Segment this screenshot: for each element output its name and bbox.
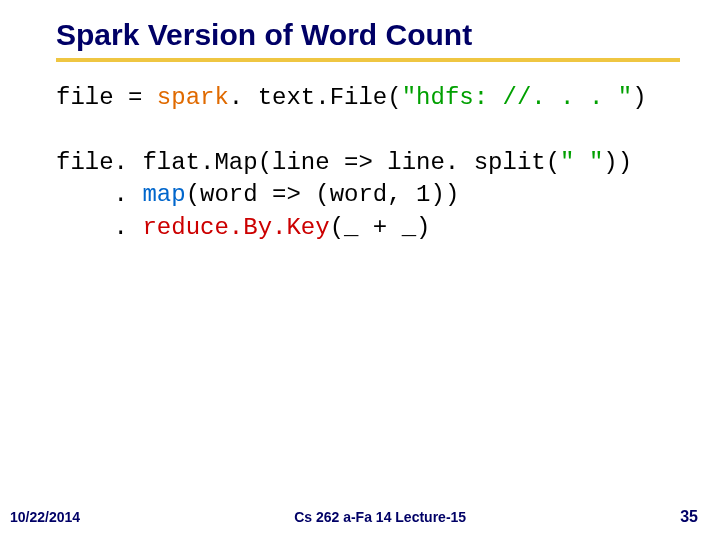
slide-title: Spark Version of Word Count <box>56 18 720 52</box>
footer-page: 35 <box>680 508 698 526</box>
code-text: file = spark. text.File("hdfs: //. . . "… <box>56 84 647 241</box>
title-block: Spark Version of Word Count <box>0 0 720 52</box>
slide: Spark Version of Word Count file = spark… <box>0 0 720 540</box>
footer: 10/22/2014 Cs 262 a-Fa 14 Lecture-15 35 <box>0 508 720 526</box>
footer-date: 10/22/2014 <box>10 509 80 525</box>
code-block: file = spark. text.File("hdfs: //. . . "… <box>0 62 720 244</box>
footer-course: Cs 262 a-Fa 14 Lecture-15 <box>294 509 466 525</box>
